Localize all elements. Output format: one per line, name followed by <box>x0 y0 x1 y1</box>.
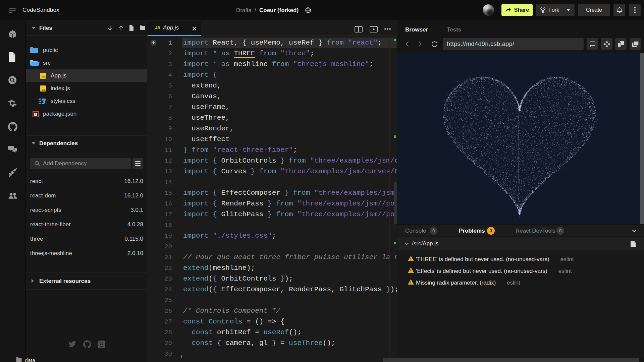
svg-text:JS: JS <box>42 75 46 79</box>
svg-text:JS: JS <box>42 88 46 92</box>
